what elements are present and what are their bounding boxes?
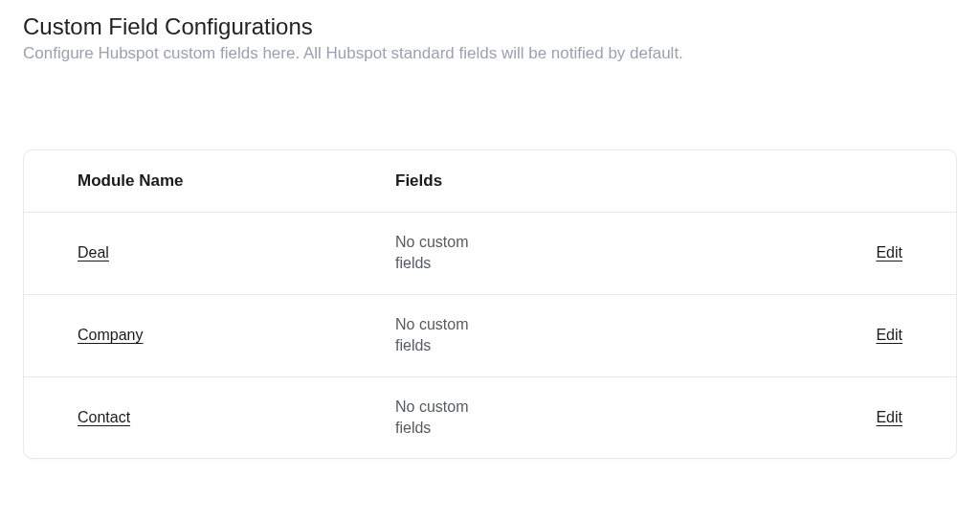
edit-link[interactable]: Edit <box>876 409 902 425</box>
page-title: Custom Field Configurations <box>23 13 957 40</box>
table-row: Contact No custom fields Edit <box>24 376 956 458</box>
config-card: Module Name Fields Deal No custom fields… <box>23 149 957 459</box>
col-header-fields: Fields <box>368 150 822 213</box>
fields-text: No custom fields <box>395 232 472 275</box>
module-link-contact[interactable]: Contact <box>78 409 130 425</box>
module-link-deal[interactable]: Deal <box>78 244 109 261</box>
edit-link[interactable]: Edit <box>876 327 902 343</box>
col-header-module: Module Name <box>24 150 368 213</box>
edit-link[interactable]: Edit <box>876 244 902 261</box>
table-row: Deal No custom fields Edit <box>24 213 956 295</box>
table-row: Company No custom fields Edit <box>24 294 956 376</box>
col-header-actions <box>822 150 956 213</box>
fields-text: No custom fields <box>395 314 472 357</box>
module-link-company[interactable]: Company <box>78 327 143 343</box>
fields-text: No custom fields <box>395 397 472 440</box>
page-subtitle: Configure Hubspot custom fields here. Al… <box>23 44 957 63</box>
config-table: Module Name Fields Deal No custom fields… <box>24 150 956 458</box>
